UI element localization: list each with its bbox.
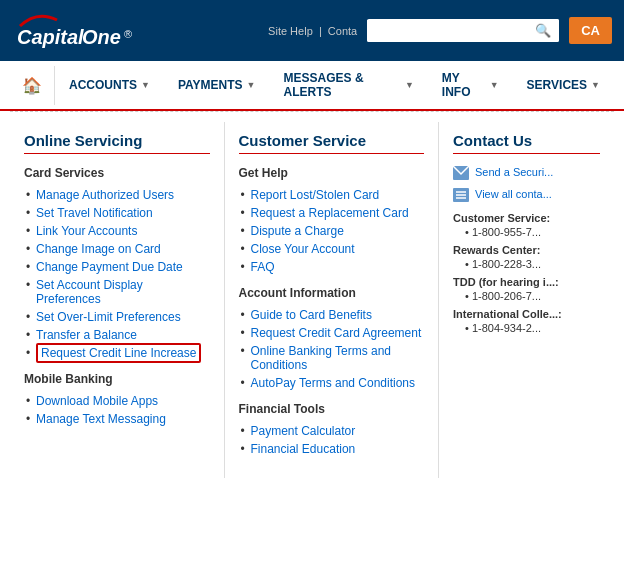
tdd-label: TDD (for hearing i...: — [453, 276, 600, 288]
list-item: Change Image on Card — [24, 240, 210, 258]
manage-authorized-users-link[interactable]: Manage Authorized Users — [36, 188, 174, 202]
search-input[interactable] — [367, 20, 527, 42]
rewards-center-number: 1-800-228-3... — [453, 258, 600, 270]
nav-services[interactable]: SERVICES ▼ — [513, 68, 614, 102]
list-item: Payment Calculator — [239, 422, 425, 440]
tdd-number: 1-800-206-7... — [453, 290, 600, 302]
link-your-accounts-link[interactable]: Link Your Accounts — [36, 224, 137, 238]
payments-arrow-icon: ▼ — [247, 80, 256, 90]
list-item: Set Account Display Preferences — [24, 276, 210, 308]
list-item: Link Your Accounts — [24, 222, 210, 240]
report-lost-card-link[interactable]: Report Lost/Stolen Card — [251, 188, 380, 202]
online-servicing-col: Online Servicing Card Services Manage Au… — [10, 122, 225, 478]
change-payment-due-date-link[interactable]: Change Payment Due Date — [36, 260, 183, 274]
financial-education-link[interactable]: Financial Education — [251, 442, 356, 456]
view-all-contacts-link[interactable]: View all conta... — [475, 188, 552, 200]
main-nav: 🏠 ACCOUNTS ▼ PAYMENTS ▼ MESSAGES & ALERT… — [0, 61, 624, 111]
search-bar: 🔍 — [367, 19, 559, 42]
request-replacement-link[interactable]: Request a Replacement Card — [251, 206, 409, 220]
list-item: Close Your Account — [239, 240, 425, 258]
list-item: Manage Authorized Users — [24, 186, 210, 204]
customer-service-phone-number: 1-800-955-7... — [453, 226, 600, 238]
list-item: Financial Education — [239, 440, 425, 458]
list-icon — [453, 188, 469, 204]
view-all-contacts-item: View all conta... — [453, 188, 600, 204]
accounts-arrow-icon: ▼ — [141, 80, 150, 90]
customer-service-phone-label: Customer Service: — [453, 212, 600, 224]
list-item: AutoPay Terms and Conditions — [239, 374, 425, 392]
ca-button[interactable]: CA — [569, 17, 612, 44]
faq-link[interactable]: FAQ — [251, 260, 275, 274]
guide-benefits-link[interactable]: Guide to Card Benefits — [251, 308, 372, 322]
set-travel-notification-link[interactable]: Set Travel Notification — [36, 206, 153, 220]
site-help-link[interactable]: Site Help — [268, 25, 313, 37]
main-content: Online Servicing Card Services Manage Au… — [0, 112, 624, 488]
get-help-heading: Get Help — [239, 166, 425, 180]
set-over-limit-link[interactable]: Set Over-Limit Preferences — [36, 310, 181, 324]
myinfo-arrow-icon: ▼ — [490, 80, 499, 90]
financial-tools-list: Payment Calculator Financial Education — [239, 422, 425, 458]
header-right: Site Help | Conta 🔍 CA — [268, 17, 612, 44]
financial-tools-heading: Financial Tools — [239, 402, 425, 416]
close-account-link[interactable]: Close Your Account — [251, 242, 355, 256]
nav-home-button[interactable]: 🏠 — [10, 66, 55, 105]
list-item: Request Credit Line Increase — [24, 344, 210, 362]
contact-us-title: Contact Us — [453, 132, 600, 154]
contact-us-col: Contact Us Send a Securi... View all con… — [439, 122, 614, 478]
list-item: Guide to Card Benefits — [239, 306, 425, 324]
mobile-banking-list: Download Mobile Apps Manage Text Messagi… — [24, 392, 210, 428]
list-item: Set Travel Notification — [24, 204, 210, 222]
set-account-display-link[interactable]: Set Account Display Preferences — [36, 278, 143, 306]
dispute-charge-link[interactable]: Dispute a Charge — [251, 224, 344, 238]
card-services-list: Manage Authorized Users Set Travel Notif… — [24, 186, 210, 362]
search-button[interactable]: 🔍 — [527, 19, 559, 42]
nav-accounts[interactable]: ACCOUNTS ▼ — [55, 68, 164, 102]
list-item: Dispute a Charge — [239, 222, 425, 240]
rewards-center-label: Rewards Center: — [453, 244, 600, 256]
list-item: Transfer a Balance — [24, 326, 210, 344]
svg-text:One: One — [82, 26, 121, 48]
list-item: Change Payment Due Date — [24, 258, 210, 276]
contact-link[interactable]: Conta — [328, 25, 357, 37]
list-item: Request a Replacement Card — [239, 204, 425, 222]
envelope-icon — [453, 166, 469, 182]
online-banking-terms-link[interactable]: Online Banking Terms and Conditions — [251, 344, 392, 372]
nav-myinfo[interactable]: MY INFO ▼ — [428, 61, 513, 109]
logo-container: Capital One ® — [12, 8, 142, 53]
autopay-terms-link[interactable]: AutoPay Terms and Conditions — [251, 376, 416, 390]
account-info-list: Guide to Card Benefits Request Credit Ca… — [239, 306, 425, 392]
list-item: Request Credit Card Agreement — [239, 324, 425, 342]
card-services-heading: Card Services — [24, 166, 210, 180]
list-item: Report Lost/Stolen Card — [239, 186, 425, 204]
transfer-balance-link[interactable]: Transfer a Balance — [36, 328, 137, 342]
phone-sections: Customer Service: 1-800-955-7... Rewards… — [453, 212, 600, 334]
payment-calculator-link[interactable]: Payment Calculator — [251, 424, 356, 438]
list-item: Manage Text Messaging — [24, 410, 210, 428]
get-help-list: Report Lost/Stolen Card Request a Replac… — [239, 186, 425, 276]
online-servicing-title: Online Servicing — [24, 132, 210, 154]
account-info-heading: Account Information — [239, 286, 425, 300]
mobile-banking-heading: Mobile Banking — [24, 372, 210, 386]
download-mobile-apps-link[interactable]: Download Mobile Apps — [36, 394, 158, 408]
change-image-link[interactable]: Change Image on Card — [36, 242, 161, 256]
request-card-agreement-link[interactable]: Request Credit Card Agreement — [251, 326, 422, 340]
international-number: 1-804-934-2... — [453, 322, 600, 334]
svg-text:®: ® — [124, 28, 132, 40]
request-credit-line-link[interactable]: Request Credit Line Increase — [36, 343, 201, 363]
messages-arrow-icon: ▼ — [405, 80, 414, 90]
list-item: Online Banking Terms and Conditions — [239, 342, 425, 374]
site-help-links: Site Help | Conta — [268, 25, 357, 37]
send-secure-link[interactable]: Send a Securi... — [475, 166, 553, 178]
nav-messages[interactable]: MESSAGES & ALERTS ▼ — [270, 61, 428, 109]
services-arrow-icon: ▼ — [591, 80, 600, 90]
customer-service-title: Customer Service — [239, 132, 425, 154]
list-item: Download Mobile Apps — [24, 392, 210, 410]
list-item: FAQ — [239, 258, 425, 276]
international-label: International Colle...: — [453, 308, 600, 320]
capital-one-logo: Capital One ® — [12, 8, 142, 53]
list-item: Set Over-Limit Preferences — [24, 308, 210, 326]
manage-text-messaging-link[interactable]: Manage Text Messaging — [36, 412, 166, 426]
customer-service-col: Customer Service Get Help Report Lost/St… — [225, 122, 440, 478]
send-secure-item: Send a Securi... — [453, 166, 600, 182]
nav-payments[interactable]: PAYMENTS ▼ — [164, 68, 270, 102]
